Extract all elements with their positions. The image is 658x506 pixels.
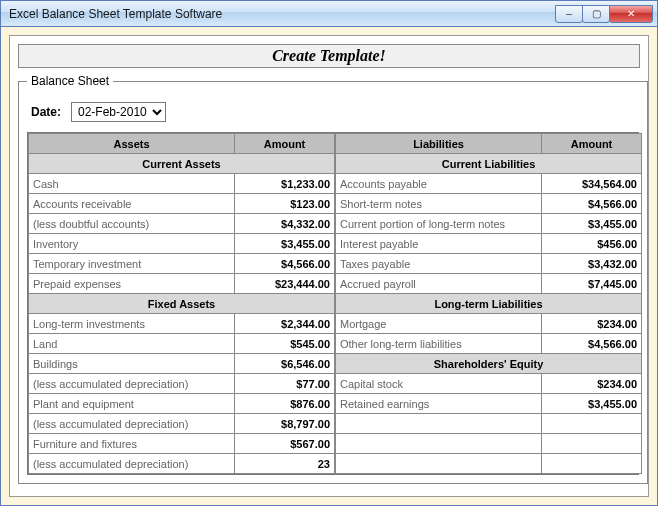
table-row: Other long-term liabilities$4,566.00 bbox=[336, 334, 642, 354]
close-icon: ✕ bbox=[627, 8, 635, 19]
row-label[interactable]: Furniture and fixtures bbox=[29, 434, 235, 454]
fieldset-legend: Balance Sheet bbox=[27, 74, 113, 88]
app-window: Excel Balance Sheet Template Software – … bbox=[0, 0, 658, 506]
table-row: (less doubtful accounts)$4,332.00 bbox=[29, 214, 335, 234]
table-row: Temporary investment$4,566.00 bbox=[29, 254, 335, 274]
table-row: Accounts receivable$123.00 bbox=[29, 194, 335, 214]
table-header-row: Assets Amount bbox=[29, 134, 335, 154]
row-label[interactable]: Cash bbox=[29, 174, 235, 194]
row-label[interactable]: Buildings bbox=[29, 354, 235, 374]
row-label[interactable]: Current portion of long-term notes bbox=[336, 214, 542, 234]
table-row: Prepaid expenses$23,444.00 bbox=[29, 274, 335, 294]
row-amount[interactable]: $1,233.00 bbox=[235, 174, 335, 194]
table-row: Cash$1,233.00 bbox=[29, 174, 335, 194]
row-amount[interactable]: $7,445.00 bbox=[542, 274, 642, 294]
row-label[interactable]: Land bbox=[29, 334, 235, 354]
row-amount[interactable]: $4,566.00 bbox=[542, 194, 642, 214]
row-label[interactable]: (less accumulated depreciation) bbox=[29, 374, 235, 394]
row-amount[interactable]: $234.00 bbox=[542, 314, 642, 334]
row-label[interactable]: (less doubtful accounts) bbox=[29, 214, 235, 234]
balance-sheet-fieldset: Balance Sheet Date: 02-Feb-2010 Assets A… bbox=[18, 74, 648, 484]
row-amount[interactable]: $4,566.00 bbox=[542, 334, 642, 354]
amount-header: Amount bbox=[235, 134, 335, 154]
create-row: Create Template! bbox=[18, 40, 640, 74]
row-label[interactable]: Retained earnings bbox=[336, 394, 542, 414]
shareholders-equity-subhead: Shareholders' Equity bbox=[336, 354, 642, 374]
row-amount[interactable]: $3,455.00 bbox=[542, 214, 642, 234]
inner-panel: Create Template! Balance Sheet Date: 02-… bbox=[9, 35, 649, 497]
minimize-button[interactable]: – bbox=[555, 5, 583, 23]
row-amount[interactable]: $6,546.00 bbox=[235, 354, 335, 374]
row-label[interactable]: Plant and equipment bbox=[29, 394, 235, 414]
row-amount[interactable]: $4,566.00 bbox=[235, 254, 335, 274]
row-amount[interactable]: $3,455.00 bbox=[235, 234, 335, 254]
row-amount[interactable]: $3,432.00 bbox=[542, 254, 642, 274]
table-row bbox=[336, 434, 642, 454]
empty-cell[interactable] bbox=[542, 414, 642, 434]
table-row: Long-term investments$2,344.00 bbox=[29, 314, 335, 334]
row-amount[interactable]: 23 bbox=[235, 454, 335, 474]
table-row: Retained earnings$3,455.00 bbox=[336, 394, 642, 414]
liabilities-header: Liabilities bbox=[336, 134, 542, 154]
row-amount[interactable]: $876.00 bbox=[235, 394, 335, 414]
table-row: Current portion of long-term notes$3,455… bbox=[336, 214, 642, 234]
date-label: Date: bbox=[31, 105, 61, 119]
row-label[interactable]: Taxes payable bbox=[336, 254, 542, 274]
row-amount[interactable]: $567.00 bbox=[235, 434, 335, 454]
window-controls: – ▢ ✕ bbox=[556, 5, 653, 23]
row-amount[interactable]: $123.00 bbox=[235, 194, 335, 214]
titlebar[interactable]: Excel Balance Sheet Template Software – … bbox=[1, 1, 657, 27]
empty-cell[interactable] bbox=[542, 454, 642, 474]
table-row: Interest payable$456.00 bbox=[336, 234, 642, 254]
row-label[interactable]: Other long-term liabilities bbox=[336, 334, 542, 354]
row-label[interactable]: Short-term notes bbox=[336, 194, 542, 214]
liabilities-table: Liabilities Amount Current Liabilities A… bbox=[335, 133, 642, 474]
window-title: Excel Balance Sheet Template Software bbox=[9, 7, 556, 21]
maximize-button[interactable]: ▢ bbox=[582, 5, 610, 23]
table-row: Taxes payable$3,432.00 bbox=[336, 254, 642, 274]
row-amount[interactable]: $8,797.00 bbox=[235, 414, 335, 434]
row-label[interactable]: Long-term investments bbox=[29, 314, 235, 334]
table-row: Inventory$3,455.00 bbox=[29, 234, 335, 254]
row-label[interactable]: Mortgage bbox=[336, 314, 542, 334]
row-label[interactable]: (less accumulated depreciation) bbox=[29, 414, 235, 434]
row-label[interactable]: Prepaid expenses bbox=[29, 274, 235, 294]
row-label[interactable]: Capital stock bbox=[336, 374, 542, 394]
amount-header: Amount bbox=[542, 134, 642, 154]
row-amount[interactable]: $2,344.00 bbox=[235, 314, 335, 334]
current-liabilities-subhead: Current Liabilities bbox=[336, 154, 642, 174]
create-template-button[interactable]: Create Template! bbox=[18, 44, 640, 68]
row-label[interactable]: (less accumulated depreciation) bbox=[29, 454, 235, 474]
row-amount[interactable]: $23,444.00 bbox=[235, 274, 335, 294]
row-label[interactable]: Inventory bbox=[29, 234, 235, 254]
row-label[interactable]: Accounts payable bbox=[336, 174, 542, 194]
row-amount[interactable]: $3,455.00 bbox=[542, 394, 642, 414]
date-row: Date: 02-Feb-2010 bbox=[31, 102, 639, 122]
row-amount[interactable]: $456.00 bbox=[542, 234, 642, 254]
row-amount[interactable]: $34,564.00 bbox=[542, 174, 642, 194]
table-row: Land$545.00 bbox=[29, 334, 335, 354]
empty-cell[interactable] bbox=[336, 454, 542, 474]
row-amount[interactable]: $234.00 bbox=[542, 374, 642, 394]
empty-cell[interactable] bbox=[336, 434, 542, 454]
assets-header: Assets bbox=[29, 134, 235, 154]
empty-cell[interactable] bbox=[336, 414, 542, 434]
row-amount[interactable]: $77.00 bbox=[235, 374, 335, 394]
table-row: Furniture and fixtures$567.00 bbox=[29, 434, 335, 454]
table-row: Short-term notes$4,566.00 bbox=[336, 194, 642, 214]
empty-cell[interactable] bbox=[542, 434, 642, 454]
row-label[interactable]: Accounts receivable bbox=[29, 194, 235, 214]
table-row bbox=[336, 414, 642, 434]
row-label[interactable]: Temporary investment bbox=[29, 254, 235, 274]
row-label[interactable]: Accrued payroll bbox=[336, 274, 542, 294]
row-label[interactable]: Interest payable bbox=[336, 234, 542, 254]
row-amount[interactable]: $4,332.00 bbox=[235, 214, 335, 234]
table-header-row: Liabilities Amount bbox=[336, 134, 642, 154]
table-row: Plant and equipment$876.00 bbox=[29, 394, 335, 414]
table-row: Capital stock$234.00 bbox=[336, 374, 642, 394]
row-amount[interactable]: $545.00 bbox=[235, 334, 335, 354]
close-button[interactable]: ✕ bbox=[609, 5, 653, 23]
table-row: (less accumulated depreciation)$77.00 bbox=[29, 374, 335, 394]
date-select[interactable]: 02-Feb-2010 bbox=[71, 102, 166, 122]
current-assets-subhead: Current Assets bbox=[29, 154, 335, 174]
